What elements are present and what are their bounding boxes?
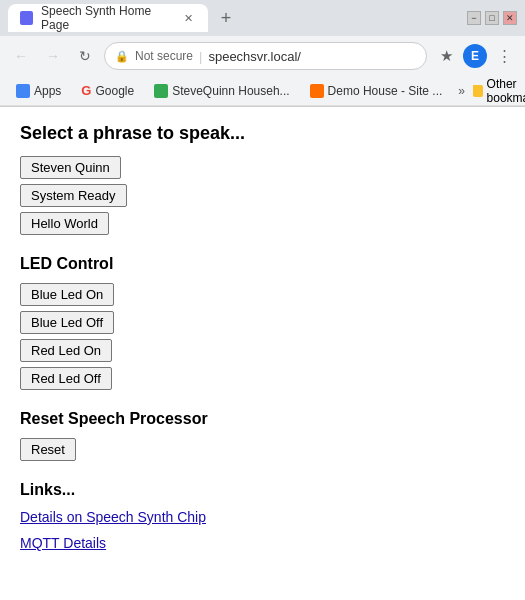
lock-icon: 🔒 — [115, 50, 129, 63]
profile-button[interactable]: E — [463, 44, 487, 68]
red-led-on-button[interactable]: Red Led On — [20, 339, 112, 362]
mqtt-details-link[interactable]: MQTT Details — [20, 535, 505, 551]
speech-chip-link[interactable]: Details on Speech Synth Chip — [20, 509, 505, 525]
reset-button-group: Reset — [20, 438, 505, 461]
toolbar-icons: ★ E ⋮ — [433, 43, 517, 69]
forward-button[interactable]: → — [40, 43, 66, 69]
bookmark-folder-icon — [473, 85, 483, 97]
back-button[interactable]: ← — [8, 43, 34, 69]
browser-tab[interactable]: Speech Synth Home Page ✕ — [8, 4, 208, 32]
url-text: speechsvr.local/ — [208, 49, 301, 64]
sq-icon — [154, 84, 168, 98]
bookmark-apps[interactable]: Apps — [8, 81, 69, 101]
more-bookmarks-button[interactable]: » — [454, 82, 469, 100]
new-tab-button[interactable]: + — [212, 4, 240, 32]
menu-button[interactable]: ⋮ — [491, 43, 517, 69]
tab-title: Speech Synth Home Page — [41, 4, 173, 32]
other-bookmarks[interactable]: Other bookmarks — [473, 77, 525, 105]
toolbar: ← → ↻ 🔒 Not secure | speechsvr.local/ ★ … — [0, 36, 525, 76]
other-bookmarks-label: Other bookmarks — [487, 77, 525, 105]
bookmark-sq-label: SteveQuinn Househ... — [172, 84, 289, 98]
links-section-title: Links... — [20, 481, 505, 499]
bookmark-dh-label: Demo House - Site ... — [328, 84, 443, 98]
bookmark-google-label: Google — [95, 84, 134, 98]
hello-world-button[interactable]: Hello World — [20, 212, 109, 235]
browser-chrome: Speech Synth Home Page ✕ + − □ ✕ ← → ↻ 🔒… — [0, 0, 525, 107]
bookmarks-bar: Apps G Google SteveQuinn Househ... Demo … — [0, 76, 525, 106]
led-section: LED Control Blue Led On Blue Led Off Red… — [20, 255, 505, 390]
phrase-section: Select a phrase to speak... Steven Quinn… — [20, 123, 505, 235]
star-button[interactable]: ★ — [433, 43, 459, 69]
led-button-group: Blue Led On Blue Led Off Red Led On Red … — [20, 283, 505, 390]
blue-led-on-button[interactable]: Blue Led On — [20, 283, 114, 306]
reset-section: Reset Speech Processor Reset — [20, 410, 505, 461]
close-window-button[interactable]: ✕ — [503, 11, 517, 25]
url-divider: | — [199, 49, 202, 64]
system-ready-button[interactable]: System Ready — [20, 184, 127, 207]
maximize-button[interactable]: □ — [485, 11, 499, 25]
reset-button[interactable]: Reset — [20, 438, 76, 461]
blue-led-off-button[interactable]: Blue Led Off — [20, 311, 114, 334]
dh-icon — [310, 84, 324, 98]
led-section-title: LED Control — [20, 255, 505, 273]
page-content: Select a phrase to speak... Steven Quinn… — [0, 107, 525, 599]
phrase-button-group: Steven Quinn System Ready Hello World — [20, 156, 505, 235]
steven-quinn-button[interactable]: Steven Quinn — [20, 156, 121, 179]
window-controls: − □ ✕ — [467, 11, 517, 25]
apps-icon — [16, 84, 30, 98]
security-label: Not secure — [135, 49, 193, 63]
minimize-button[interactable]: − — [467, 11, 481, 25]
tab-favicon — [20, 11, 33, 25]
address-bar[interactable]: 🔒 Not secure | speechsvr.local/ — [104, 42, 427, 70]
reset-section-title: Reset Speech Processor — [20, 410, 505, 428]
red-led-off-button[interactable]: Red Led Off — [20, 367, 112, 390]
bookmark-apps-label: Apps — [34, 84, 61, 98]
title-bar: Speech Synth Home Page ✕ + − □ ✕ — [0, 0, 525, 36]
links-section: Links... Details on Speech Synth Chip MQ… — [20, 481, 505, 551]
google-icon: G — [81, 83, 91, 98]
bookmark-dh[interactable]: Demo House - Site ... — [302, 81, 451, 101]
refresh-button[interactable]: ↻ — [72, 43, 98, 69]
bookmark-google[interactable]: G Google — [73, 80, 142, 101]
phrase-section-title: Select a phrase to speak... — [20, 123, 505, 144]
bookmark-sq[interactable]: SteveQuinn Househ... — [146, 81, 297, 101]
tab-close-button[interactable]: ✕ — [181, 10, 196, 26]
